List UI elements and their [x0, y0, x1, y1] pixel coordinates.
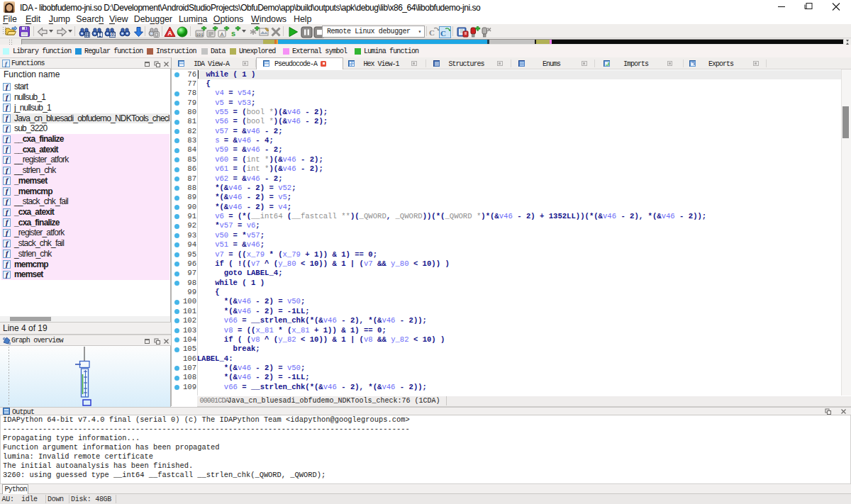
svg-text:A: A	[167, 30, 172, 37]
svg-text:A: A	[220, 30, 223, 37]
svg-text:C: C	[429, 28, 435, 37]
svg-text:101: 101	[109, 32, 116, 37]
svg-text:s: s	[231, 29, 235, 38]
svg-text:101: 101	[196, 32, 204, 37]
svg-text:C: C	[440, 28, 446, 37]
